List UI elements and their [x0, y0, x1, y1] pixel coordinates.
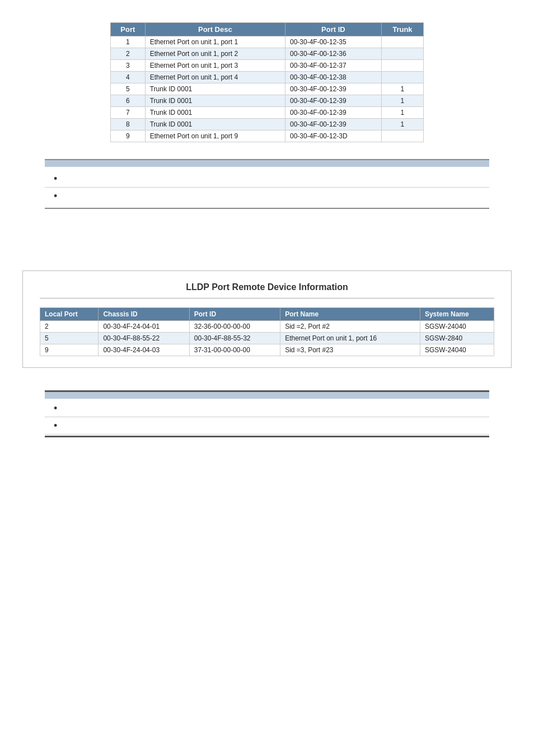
portdesc-cell: Trunk ID 0001	[145, 119, 285, 130]
lldp-portname-cell: Sid =2, Port #2	[280, 321, 420, 333]
top-info-body: • •	[45, 167, 489, 208]
table-row: 5Trunk ID 000100-30-4F-00-12-391	[111, 83, 424, 95]
bottom-info-row-1: •	[45, 400, 489, 417]
bottom-info-section: • •	[45, 390, 489, 437]
trunk-cell	[381, 48, 423, 60]
top-info-header	[45, 160, 489, 167]
top-port-table-section: Port Port Desc Port ID Trunk 1Ethernet P…	[110, 22, 424, 142]
portdesc-cell: Ethernet Port on unit 1, port 4	[145, 72, 285, 83]
port-cell: 1	[111, 36, 146, 48]
table-row: 4Ethernet Port on unit 1, port 400-30-4F…	[111, 72, 424, 83]
lldp-table-row: 200-30-4F-24-04-0132-36-00-00-00-00Sid =…	[40, 321, 494, 333]
lldp-portname-cell: Sid =3, Port #23	[280, 344, 420, 356]
lldp-table-row: 900-30-4F-24-04-0337-31-00-00-00-00Sid =…	[40, 344, 494, 356]
table-row: 3Ethernet Port on unit 1, port 300-30-4F…	[111, 60, 424, 72]
portdesc-cell: Ethernet Port on unit 1, port 3	[145, 60, 285, 72]
bullet-icon-2: •	[54, 191, 57, 201]
info-row-2: •	[45, 188, 489, 204]
table-row: 9Ethernet Port on unit 1, port 900-30-4F…	[111, 130, 424, 142]
bottom-bullet-icon-2: •	[54, 421, 57, 431]
portdesc-cell: Ethernet Port on unit 1, port 1	[145, 36, 285, 48]
portid-cell: 00-30-4F-00-12-39	[285, 119, 381, 130]
lldp-col-systemname: System Name	[420, 308, 494, 321]
trunk-cell: 1	[381, 95, 423, 107]
portid-cell: 00-30-4F-00-12-36	[285, 48, 381, 60]
portid-cell: 00-30-4F-00-12-38	[285, 72, 381, 83]
col-header-portdesc: Port Desc	[145, 23, 285, 36]
portdesc-cell: Trunk ID 0001	[145, 107, 285, 119]
portid-cell: 00-30-4F-00-12-39	[285, 95, 381, 107]
bottom-bullet-icon-1: •	[54, 403, 57, 413]
portdesc-cell: Ethernet Port on unit 1, port 9	[145, 130, 285, 142]
lldp-systemname-cell: SGSW-24040	[420, 321, 494, 333]
port-cell: 5	[111, 83, 146, 95]
port-cell: 6	[111, 95, 146, 107]
port-cell: 4	[111, 72, 146, 83]
info-row-1: •	[45, 170, 489, 188]
port-cell: 7	[111, 107, 146, 119]
table-row: 1Ethernet Port on unit 1, port 100-30-4F…	[111, 36, 424, 48]
lldp-chassisid-cell: 00-30-4F-24-04-01	[99, 321, 189, 333]
bottom-info-header	[45, 392, 489, 399]
col-header-portid: Port ID	[285, 23, 381, 36]
portid-cell: 00-30-4F-00-12-37	[285, 60, 381, 72]
lldp-localport-cell: 9	[40, 344, 99, 356]
top-info-section: • •	[45, 159, 489, 209]
portid-cell: 00-30-4F-00-12-39	[285, 83, 381, 95]
lldp-portid-cell: 37-31-00-00-00-00	[189, 344, 280, 356]
lldp-systemname-cell: SGSW-2840	[420, 333, 494, 344]
lldp-chassisid-cell: 00-30-4F-88-55-22	[99, 333, 189, 344]
portdesc-cell: Ethernet Port on unit 1, port 2	[145, 48, 285, 60]
lldp-portname-cell: Ethernet Port on unit 1, port 16	[280, 333, 420, 344]
port-cell: 2	[111, 48, 146, 60]
bullet-icon-1: •	[54, 174, 57, 184]
table-row: 2Ethernet Port on unit 1, port 200-30-4F…	[111, 48, 424, 60]
bottom-info-body: • •	[45, 399, 489, 436]
table-row: 7Trunk ID 000100-30-4F-00-12-391	[111, 107, 424, 119]
lldp-portid-cell: 32-36-00-00-00-00	[189, 321, 280, 333]
portdesc-cell: Trunk ID 0001	[145, 95, 285, 107]
lldp-portid-cell: 00-30-4F-88-55-32	[189, 333, 280, 344]
port-cell: 9	[111, 130, 146, 142]
trunk-cell	[381, 72, 423, 83]
lldp-table: Local Port Chassis ID Port ID Port Name …	[40, 307, 494, 356]
lldp-col-chassisid: Chassis ID	[99, 308, 189, 321]
table-row: 6Trunk ID 000100-30-4F-00-12-391	[111, 95, 424, 107]
portid-cell: 00-30-4F-00-12-39	[285, 107, 381, 119]
trunk-cell: 1	[381, 107, 423, 119]
port-cell: 3	[111, 60, 146, 72]
lldp-section: LLDP Port Remote Device Information Loca…	[22, 270, 512, 368]
portdesc-cell: Trunk ID 0001	[145, 83, 285, 95]
trunk-cell	[381, 36, 423, 48]
table-row: 8Trunk ID 000100-30-4F-00-12-391	[111, 119, 424, 130]
trunk-cell	[381, 60, 423, 72]
trunk-cell: 1	[381, 119, 423, 130]
bottom-info-row-2: •	[45, 417, 489, 435]
lldp-divider	[40, 298, 494, 298]
lldp-col-portid: Port ID	[189, 308, 280, 321]
lldp-localport-cell: 2	[40, 321, 99, 333]
lldp-col-portname: Port Name	[280, 308, 420, 321]
lldp-col-localport: Local Port	[40, 308, 99, 321]
lldp-systemname-cell: SGSW-24040	[420, 344, 494, 356]
lldp-table-row: 500-30-4F-88-55-2200-30-4F-88-55-32Ether…	[40, 333, 494, 344]
trunk-cell	[381, 130, 423, 142]
col-header-trunk: Trunk	[381, 23, 423, 36]
lldp-chassisid-cell: 00-30-4F-24-04-03	[99, 344, 189, 356]
lldp-localport-cell: 5	[40, 333, 99, 344]
trunk-cell: 1	[381, 83, 423, 95]
port-table: Port Port Desc Port ID Trunk 1Ethernet P…	[110, 22, 424, 142]
lldp-title: LLDP Port Remote Device Information	[40, 282, 494, 292]
portid-cell: 00-30-4F-00-12-35	[285, 36, 381, 48]
port-cell: 8	[111, 119, 146, 130]
portid-cell: 00-30-4F-00-12-3D	[285, 130, 381, 142]
col-header-port: Port	[111, 23, 146, 36]
